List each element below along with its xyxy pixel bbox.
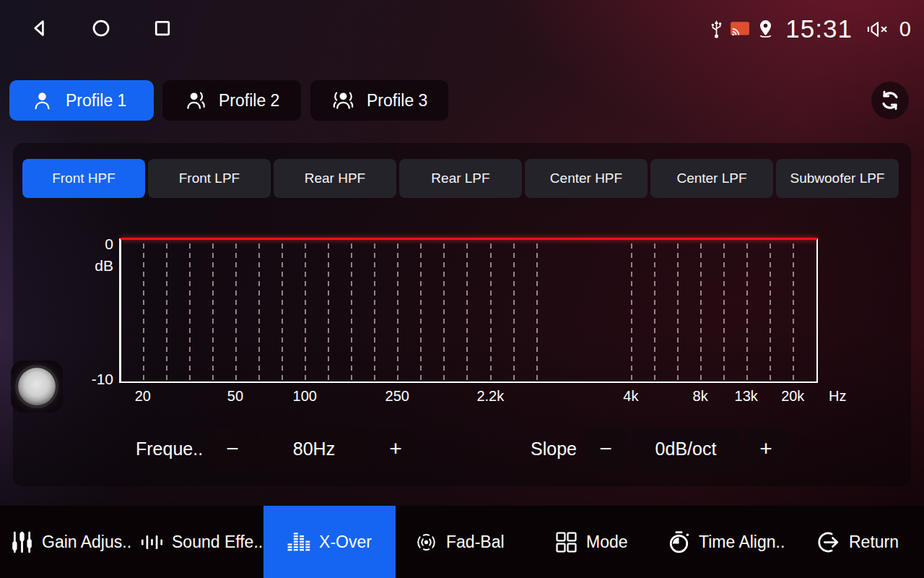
chart-gridline [793,243,794,380]
profile-label: Profile 1 [66,91,126,111]
filter-tab-center-hpf[interactable]: Center HPF [525,159,648,198]
chart-gridline [490,243,492,380]
slope-plus-button[interactable]: + [745,428,787,470]
nav-item-gain-adjus[interactable]: Gain Adjus.. [10,506,131,578]
x-axis-tick-100: 100 [293,388,317,405]
chart-gridline [443,243,445,380]
chart-gridline [351,243,352,380]
filter-tabs: Front HPFFront LPFRear HPFRear LPFCenter… [22,159,899,198]
home-icon [90,17,112,39]
knob-icon [18,368,56,405]
x-axis-tick-4k: 4k [623,388,638,405]
gain-icon [10,530,34,554]
filter-tab-label: Front HPF [52,171,116,186]
response-curve [121,238,817,240]
slope-value: 0dB/oct [632,428,739,470]
nav-item-label: Mode [586,532,628,552]
cast-icon [730,21,750,37]
filter-tab-label: Rear LPF [431,171,489,186]
chart-gridline [677,243,679,380]
recents-icon [152,17,173,39]
chart-gridline [513,243,515,380]
frequency-label: Freque.. [136,428,203,470]
nav-item-label: Return [849,532,899,552]
x-axis-unit: Hz [829,388,846,405]
refresh-icon [879,90,901,111]
frequency-minus-button[interactable]: − [211,428,254,470]
android-home-button[interactable] [90,17,112,39]
side-volume-knob[interactable] [11,361,63,413]
chart-gridline [189,243,191,380]
x-axis-tick-250: 250 [385,388,409,405]
frequency-plus-button[interactable]: + [374,428,417,470]
nav-item-label: Gain Adjus.. [42,532,131,552]
back-icon [29,17,51,39]
profile-tab-3[interactable]: Profile 3 [310,80,448,121]
x-axis-tick-20k: 20k [781,388,804,405]
chart-gridline [212,243,214,380]
nav-item-label: X-Over [319,532,372,552]
x-axis-tick-50: 50 [227,388,243,405]
x-axis-tick-8k: 8k [693,388,708,405]
chart-gridline [466,243,468,380]
profile-tab-2[interactable]: Profile 2 [162,80,301,121]
nav-item-fad-bal[interactable]: Fad-Bal [414,506,505,578]
filter-tab-front-hpf[interactable]: Front HPF [22,159,145,198]
chart-gridline [305,243,306,380]
nav-item-time-align[interactable]: Time Align.. [667,506,785,578]
filter-tab-label: Subwoofer LPF [790,171,885,186]
slope-minus-button[interactable]: − [585,428,627,470]
filter-tab-front-lpf[interactable]: Front LPF [148,159,271,198]
chart-gridline [328,243,329,380]
profile-tabs: Profile 1Profile 2Profile 3 [9,80,448,121]
person-icon [31,90,53,112]
volume-mute-icon [865,20,892,39]
chart-gridline [258,243,260,380]
filter-tab-label: Rear HPF [305,171,365,186]
chart-gridline [397,243,398,380]
android-nav-buttons [29,17,173,39]
person-3-icon [332,90,354,112]
y-axis-label-bottom: -10 [92,371,113,388]
nav-item-label: Sound Effe.. [172,532,263,552]
profile-label: Profile 3 [367,91,427,111]
x-axis-tick-13k: 13k [735,388,758,405]
reset-button[interactable] [871,82,909,119]
profile-tab-1[interactable]: Profile 1 [9,80,154,121]
chart-gridline [770,243,771,380]
android-back-button[interactable] [29,17,51,39]
filter-tab-center-lpf[interactable]: Center LPF [650,159,773,198]
profile-label: Profile 2 [219,91,279,111]
filter-tab-rear-hpf[interactable]: Rear HPF [274,159,396,198]
x-axis-tick-20: 20 [135,388,151,405]
chart-gridline [723,243,725,380]
x-axis-tick-2.2k: 2.2k [476,388,504,405]
filter-tab-label: Center HPF [550,171,622,186]
nav-item-return[interactable]: Return [817,506,899,578]
nav-item-x-over[interactable]: X-Over [263,506,396,578]
chart-gridline [654,243,655,380]
frequency-value: 80Hz [260,428,368,470]
time-align-icon [667,530,691,554]
android-recents-button[interactable] [152,17,173,39]
filter-tab-subwoofer-lpf[interactable]: Subwoofer LPF [776,159,899,198]
xover-icon [287,530,311,554]
chart-gridline [536,243,538,380]
filter-tab-label: Center LPF [676,171,746,186]
filter-tab-label: Front LPF [179,171,240,186]
mode-icon [554,530,578,554]
usb-icon [710,19,723,40]
clock: 15:31 [785,14,853,43]
nav-item-sound-effe[interactable]: Sound Effe.. [140,506,263,578]
nav-item-mode[interactable]: Mode [554,506,628,578]
filter-tab-rear-lpf[interactable]: Rear LPF [399,159,522,198]
bottom-nav: Gain Adjus..Sound Effe..X-OverFad-BalMod… [0,505,924,578]
nav-item-label: Fad-Bal [446,532,505,552]
status-bar: 15:31 0 [0,0,924,58]
y-axis-unit: dB [95,257,113,275]
chart-gridline [420,243,422,380]
volume-level: 0 [899,17,911,41]
person-2-icon [184,90,206,112]
chart-gridline [282,243,283,380]
xover-screen: 15:31 0 Profile 1Profile 2Profile 3 Fron… [0,0,924,578]
